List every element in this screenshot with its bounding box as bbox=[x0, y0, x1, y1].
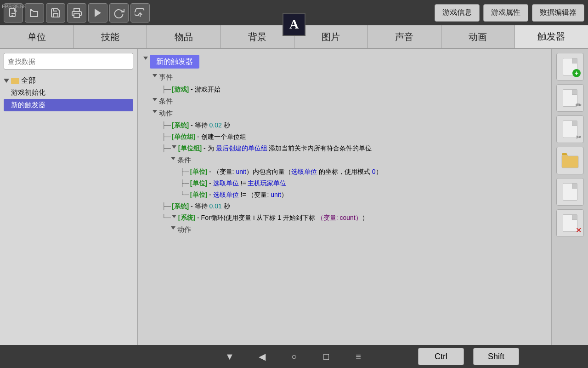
action-line-3[interactable]: ├─ [单位组] - 为 最后创建的单位组 添加当前关卡内所有符合条件的单位 bbox=[162, 143, 546, 154]
plus-badge: + bbox=[572, 69, 581, 77]
for-action-section: 动作 bbox=[171, 224, 546, 236]
action-collapse-icon bbox=[153, 110, 157, 113]
game-info-button[interactable]: 游戏信息 bbox=[435, 4, 480, 22]
copy-trigger-button[interactable]: ✂ bbox=[556, 115, 584, 143]
delete-trigger-button[interactable]: ✕ bbox=[556, 209, 584, 237]
action-line-2[interactable]: ├─ [单位组] - 创建一个单位组 bbox=[162, 131, 546, 143]
sub-condition-3[interactable]: └─ [单位] - 选取单位 != （变量: unit） bbox=[180, 189, 546, 201]
bottom-bar: ▼ ◀ ○ □ ≡ Ctrl Shift bbox=[0, 345, 588, 368]
trigger-editor: 新的触发器 事件 ├─ [游戏] - 游戏开始 条件 动作 ├─ [系统] - … bbox=[138, 49, 551, 345]
ctrl-button[interactable]: Ctrl bbox=[418, 348, 464, 365]
action-line-4[interactable]: ├─ [系统] - 等待 0.01 秒 bbox=[162, 201, 546, 212]
tree-item-game-init[interactable]: 游戏初始化 bbox=[4, 86, 133, 99]
event-collapse-icon bbox=[153, 74, 157, 77]
scissors-icon: ✂ bbox=[576, 133, 582, 141]
delete-icon: ✕ bbox=[576, 226, 582, 235]
blank-doc-button[interactable] bbox=[556, 178, 584, 206]
nav-menu-button[interactable]: ≡ bbox=[349, 347, 368, 366]
nav-down-button[interactable]: ▼ bbox=[220, 347, 239, 366]
tree-folder-all[interactable]: 全部 bbox=[4, 75, 133, 86]
search-input[interactable] bbox=[4, 53, 133, 69]
edit-trigger-button[interactable]: ✏ bbox=[556, 84, 584, 112]
condition-label: 条件 bbox=[159, 96, 173, 107]
right-panel: + ✏ ✂ ✕ bbox=[551, 49, 588, 345]
folder-icon bbox=[11, 78, 19, 84]
section-action: 动作 bbox=[153, 107, 546, 120]
toolbar: A 游戏信息 游戏属性 数据编辑器 bbox=[0, 0, 588, 25]
doc-copy-icon bbox=[563, 121, 577, 138]
logo-button[interactable]: A bbox=[283, 13, 305, 36]
nav-square-button[interactable]: □ bbox=[317, 347, 335, 366]
svg-marker-4 bbox=[95, 9, 101, 17]
tab-units[interactable]: 单位 bbox=[0, 25, 74, 48]
sub-section-condition: 条件 bbox=[171, 154, 546, 167]
action-label: 动作 bbox=[159, 108, 173, 119]
tab-trigger[interactable]: 触发器 bbox=[515, 25, 588, 48]
tab-sound[interactable]: 声音 bbox=[368, 25, 441, 48]
tab-items[interactable]: 物品 bbox=[147, 25, 220, 48]
folder-collapse-icon bbox=[4, 79, 9, 83]
game-attr-button[interactable]: 游戏属性 bbox=[483, 4, 528, 22]
fps-label: FPS:35.58 bbox=[2, 4, 26, 9]
action-line-5[interactable]: └─ [系统] - For循环(使用变量 i 从下标 1 开始到下标 （变量: … bbox=[162, 212, 546, 224]
pencil-icon: ✏ bbox=[576, 101, 582, 109]
section-event: 事件 bbox=[153, 71, 546, 84]
tab-skills[interactable]: 技能 bbox=[74, 25, 147, 48]
tree-item-new-trigger[interactable]: 新的触发器 bbox=[4, 99, 133, 111]
paste-trigger-button[interactable] bbox=[556, 147, 584, 174]
section-condition: 条件 bbox=[153, 95, 546, 108]
event-line-1[interactable]: ├─ [游戏] - 游戏开始 bbox=[162, 84, 546, 95]
sub-condition-2[interactable]: ├─ [单位] - 选取单位 != 主机玩家单位 bbox=[180, 178, 546, 189]
shift-button[interactable]: Shift bbox=[473, 348, 519, 365]
nav-back-button[interactable]: ◀ bbox=[253, 347, 271, 366]
refresh-button[interactable] bbox=[109, 3, 129, 23]
doc-blank-icon bbox=[563, 183, 577, 201]
folder-label: 全部 bbox=[21, 76, 36, 86]
connector-1: ├─ bbox=[162, 85, 171, 94]
new-trigger-button[interactable]: + bbox=[556, 53, 584, 80]
tree-root: 全部 游戏初始化 新的触发器 bbox=[0, 73, 137, 345]
upload-button[interactable] bbox=[130, 3, 150, 23]
svg-rect-3 bbox=[74, 14, 79, 17]
event-label: 事件 bbox=[159, 72, 173, 83]
sidebar: 全部 游戏初始化 新的触发器 bbox=[0, 49, 138, 345]
event-text-1: - 游戏开始 bbox=[189, 85, 220, 94]
save-file-button[interactable] bbox=[46, 3, 65, 23]
trigger-title-row: 新的触发器 bbox=[143, 54, 546, 71]
open-file-button[interactable] bbox=[25, 3, 44, 23]
condition-collapse-icon bbox=[153, 98, 157, 101]
action-line-1[interactable]: ├─ [系统] - 等待 0.02 秒 bbox=[162, 120, 546, 131]
main-content: 全部 游戏初始化 新的触发器 新的触发器 事件 ├─ [游戏] - 游戏开始 条… bbox=[0, 49, 588, 345]
print-button[interactable] bbox=[67, 3, 86, 23]
logo-letter: A bbox=[289, 17, 299, 32]
play-button[interactable] bbox=[88, 3, 107, 23]
tag-game: [游戏] bbox=[172, 85, 189, 94]
folder-paste-icon bbox=[561, 152, 579, 169]
data-editor-button[interactable]: 数据编辑器 bbox=[532, 4, 584, 22]
tab-animation[interactable]: 动画 bbox=[441, 25, 515, 48]
trigger-collapse-icon bbox=[143, 57, 148, 60]
nav-home-button[interactable]: ○ bbox=[285, 347, 303, 366]
trigger-title: 新的触发器 bbox=[150, 55, 199, 69]
sub-condition-1[interactable]: ├─ [单位] - （变量: unit）内包含向量（选取单位 的坐标，使用模式 … bbox=[180, 166, 546, 178]
